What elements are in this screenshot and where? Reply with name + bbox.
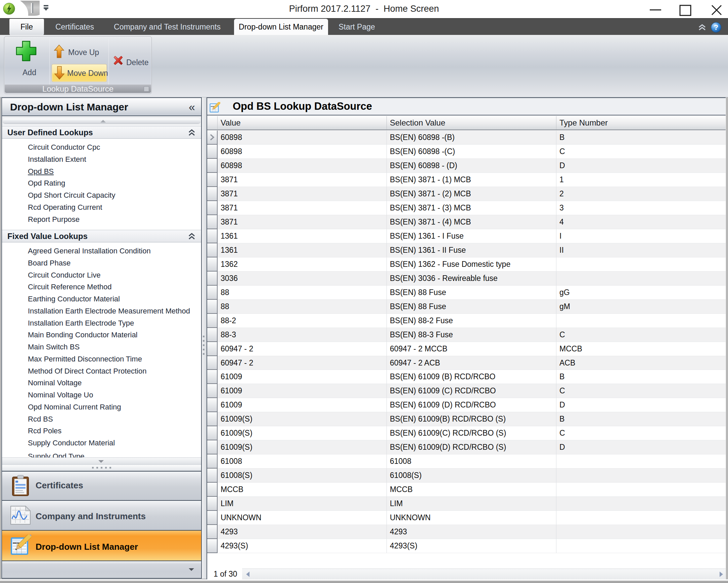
svg-text:?: ? bbox=[714, 23, 718, 31]
